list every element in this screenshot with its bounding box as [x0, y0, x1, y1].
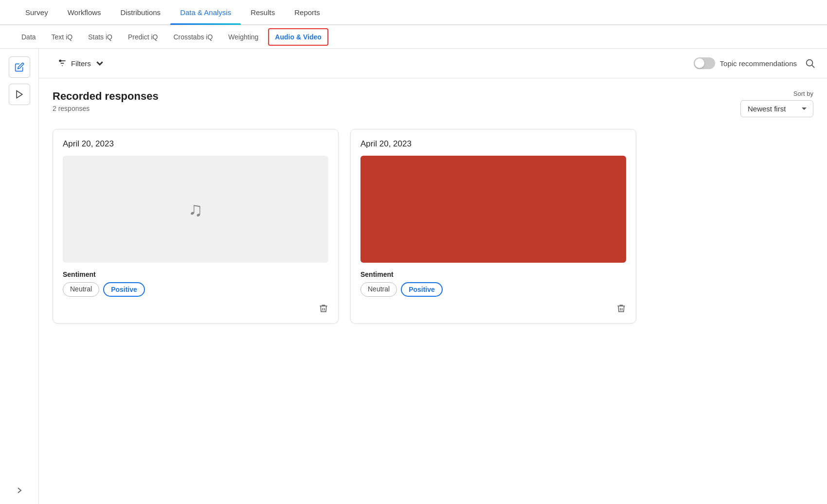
subnav-crosstabs-iq[interactable]: Crosstabs iQ	[167, 25, 218, 49]
search-icon	[805, 58, 815, 69]
search-button[interactable]	[805, 58, 815, 69]
card-2-date: April 20, 2023	[360, 139, 626, 149]
recorded-responses-section: Recorded responses 2 responses Sort by N…	[39, 78, 827, 504]
subnav-data[interactable]: Data	[16, 25, 42, 49]
trash-icon-2	[616, 304, 626, 313]
play-icon-button[interactable]	[9, 84, 30, 105]
subnav-predict-iq[interactable]: Predict iQ	[122, 25, 163, 49]
card-1-sentiment-label: Sentiment	[63, 270, 328, 278]
subnav-stats-iq[interactable]: Stats iQ	[82, 25, 118, 49]
recorded-header-left: Recorded responses 2 responses	[53, 90, 159, 112]
nav-workflows[interactable]: Workflows	[58, 0, 111, 25]
filters-label: Filters	[71, 59, 91, 68]
subnav-text-iq[interactable]: Text iQ	[46, 25, 79, 49]
content-area: Filters Topic recommendations	[39, 49, 827, 504]
response-card-2: April 20, 2023 Sentiment Neutral Positiv…	[350, 129, 636, 324]
card-1-delete-button[interactable]	[319, 304, 328, 313]
filters-button[interactable]: Filters	[51, 54, 111, 72]
card-2-delete-button[interactable]	[616, 304, 626, 313]
edit-icon	[15, 62, 24, 72]
svg-point-4	[59, 60, 61, 61]
svg-point-5	[807, 60, 813, 66]
card-1-date: April 20, 2023	[63, 139, 328, 149]
card-2-tag-positive[interactable]: Positive	[401, 282, 443, 297]
svg-line-6	[812, 65, 814, 68]
trash-icon	[319, 304, 328, 313]
main-layout: Filters Topic recommendations	[0, 49, 827, 504]
nav-survey[interactable]: Survey	[16, 0, 58, 25]
recorded-header: Recorded responses 2 responses Sort by N…	[53, 90, 813, 117]
card-1-tag-positive[interactable]: Positive	[103, 282, 145, 297]
topic-recommendations-label: Topic recommendations	[720, 59, 797, 68]
sort-by-label: Sort by	[793, 90, 813, 97]
nav-data-analysis[interactable]: Data & Analysis	[170, 0, 241, 25]
chevron-down-icon	[95, 58, 105, 68]
left-sidebar	[0, 49, 39, 504]
expand-sidebar-button[interactable]	[14, 485, 25, 496]
filter-icon	[57, 58, 67, 68]
card-2-sentiment-tags: Neutral Positive	[360, 282, 626, 297]
card-1-tag-neutral[interactable]: Neutral	[63, 282, 99, 297]
chevron-right-icon	[16, 486, 23, 494]
card-2-tag-neutral[interactable]: Neutral	[360, 282, 397, 297]
sort-container: Sort by Newest first Oldest first	[740, 90, 813, 117]
recorded-responses-title: Recorded responses	[53, 90, 159, 103]
toolbar-right: Topic recommendations	[694, 57, 815, 69]
svg-marker-0	[17, 91, 22, 98]
toolbar: Filters Topic recommendations	[39, 49, 827, 78]
nav-results[interactable]: Results	[241, 0, 285, 25]
sub-navigation: Data Text iQ Stats iQ Predict iQ Crossta…	[0, 25, 827, 49]
subnav-audio-video[interactable]: Audio & Video	[268, 28, 328, 46]
response-card-1: April 20, 2023 ♫ Sentiment Neutral Posit…	[53, 129, 339, 324]
recorded-responses-count: 2 responses	[53, 105, 159, 112]
cards-grid: April 20, 2023 ♫ Sentiment Neutral Posit…	[53, 129, 636, 324]
card-2-sentiment-label: Sentiment	[360, 270, 626, 278]
card-2-footer	[360, 304, 626, 313]
topic-recommendations-toggle[interactable]	[694, 57, 715, 69]
sort-select[interactable]: Newest first Oldest first	[740, 100, 813, 117]
card-2-media-video[interactable]	[360, 156, 626, 263]
card-1-sentiment-tags: Neutral Positive	[63, 282, 328, 297]
nav-distributions[interactable]: Distributions	[111, 0, 171, 25]
top-navigation: Survey Workflows Distributions Data & An…	[0, 0, 827, 25]
card-1-media-audio[interactable]: ♫	[63, 156, 328, 263]
subnav-weighting[interactable]: Weighting	[222, 25, 264, 49]
topic-recommendations-toggle-container: Topic recommendations	[694, 57, 797, 69]
music-icon: ♫	[188, 198, 203, 220]
play-icon	[15, 90, 24, 99]
card-1-footer	[63, 304, 328, 313]
nav-reports[interactable]: Reports	[285, 0, 330, 25]
edit-icon-button[interactable]	[9, 56, 30, 78]
